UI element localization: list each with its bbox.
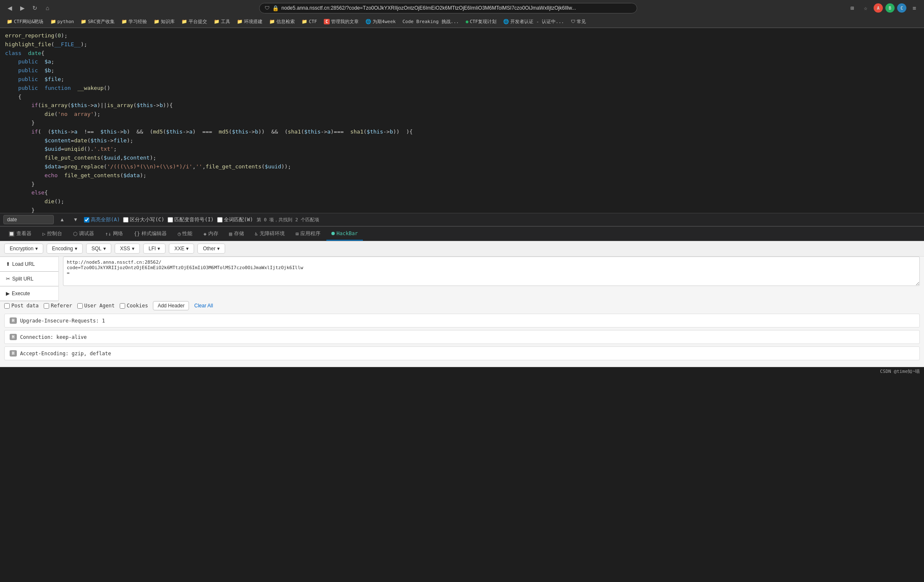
tab-hackbar[interactable]: HackBar [326,227,363,241]
tab-inspector-label: 查看器 [16,230,32,237]
lfi-arrow-icon: ▾ [158,246,160,252]
folder-icon: 📁 [302,19,307,24]
tab-memory[interactable]: ◈ 内存 [198,227,223,241]
code-line: public $b; [5,66,919,75]
bookmark-ctf2[interactable]: 📁 CTF [299,18,320,26]
tab-application[interactable]: ⊞ 应用程序 [291,227,326,241]
lfi-dropdown[interactable]: LFI ▾ [143,244,165,254]
cookies-checkbox[interactable] [120,303,125,309]
code-line: die(); [5,197,919,206]
split-url-button[interactable]: ✂ Split URL [0,272,58,286]
find-next-button[interactable]: ▼ [71,216,81,223]
encryption-label: Encryption [10,246,34,252]
bookmark-common[interactable]: 🛡 常见 [568,18,588,26]
globe-icon: 🌐 [365,19,371,24]
xss-dropdown[interactable]: XSS ▾ [115,244,140,254]
bookmark-4week[interactable]: 🌐 为期4week [363,18,398,26]
hackbar-main: ⬆ Load URL ✂ Split URL ▶ Execute http://… [0,257,924,301]
menu-icon[interactable]: ≡ [909,3,920,13]
encryption-dropdown[interactable]: Encryption ▾ [4,244,43,254]
address-bar-input[interactable] [281,5,632,11]
code-line: $data=preg_replace('/(((\\s)*(\\n)+(\\s)… [5,163,919,171]
find-prev-button[interactable]: ▲ [57,216,67,223]
post-data-label[interactable]: Post data [4,303,39,309]
green-dot-icon: ● [466,19,469,24]
tab-console[interactable]: ▷ 控制台 [37,227,67,241]
case-sensitive-label[interactable]: 区分大小写(C) [123,216,164,223]
shield-icon: 🛡 [571,19,575,24]
upload-icon: ⬆ [6,261,10,267]
execute-button[interactable]: ▶ Execute [0,286,58,301]
star-icon[interactable]: ☆ [860,3,871,13]
hackbar-toolbar: Encryption ▾ Encoding ▾ SQL ▾ XSS ▾ LFI … [0,241,924,257]
header-badge-1: H [10,317,17,324]
bookmark-tools[interactable]: 📁 工具 [211,18,233,26]
bookmark-env[interactable]: 📁 环境搭建 [234,18,265,26]
play-icon: ▶ [6,291,10,296]
url-textarea[interactable]: http://node5.anna.nssctf.cn:28562/ code=… [63,257,920,286]
hackbar-left-panel: ⬆ Load URL ✂ Split URL ▶ Execute [0,257,59,301]
post-data-checkbox[interactable] [4,303,10,309]
bookmark-ctf[interactable]: 📁 CTF网站&靶场 [4,18,46,26]
sql-dropdown[interactable]: SQL ▾ [86,244,111,254]
tab-style-editor[interactable]: {} 样式编辑器 [129,227,172,241]
user-agent-checkbox[interactable] [77,303,83,309]
other-dropdown[interactable]: Other ▾ [197,244,225,254]
bookmark-dev-cert[interactable]: 🌐 开发者认证 - 认证中... [501,18,567,26]
forward-button[interactable]: ▶ [17,3,28,13]
bookmark-codebreaking[interactable]: Code Breaking 挑战... [400,18,462,26]
devtools-tabs: 🔲 查看器 ▷ 控制台 ⬡ 调试器 ↑↓ 网络 {} 样式编辑器 ◷ 性能 ◈ … [0,227,924,241]
security-icon: 🛡 [265,5,270,11]
folder-icon: 📁 [81,19,87,24]
clear-all-button[interactable]: Clear All [194,303,213,309]
tab-inspector[interactable]: 🔲 查看器 [3,227,37,241]
load-url-button[interactable]: ⬆ Load URL [0,257,58,272]
tab-performance[interactable]: ◷ 性能 [173,227,197,241]
whole-word-text: 全词匹配(W) [224,216,253,223]
bookmark-articles[interactable]: C 管理我的文章 [321,18,361,26]
whole-word-checkbox[interactable] [217,217,223,223]
whole-word-label[interactable]: 全词匹配(W) [217,216,253,223]
case-sensitive-checkbox[interactable] [123,217,129,223]
tab-performance-label: 性能 [182,230,192,237]
code-line: else{ [5,189,919,197]
header-row: H Accept-Encoding: gzip, deflate [4,346,920,360]
bookmark-knowledge[interactable]: 📁 知识库 [151,18,177,26]
bookmark-src[interactable]: 📁 SRC资产收集 [78,18,117,26]
regexp-checkbox[interactable] [168,217,173,223]
tab-memory-label: 内存 [208,230,218,237]
add-header-button[interactable]: Add Header [153,301,189,310]
bookmark-search[interactable]: 📁 信息检索 [267,18,297,26]
home-button[interactable]: ⌂ [42,3,53,13]
tab-accessibility[interactable]: ♿ 无障碍环境 [250,227,290,241]
tab-network[interactable]: ↑↓ 网络 [100,227,128,241]
highlight-all-label[interactable]: 高亮全部(A) [84,216,120,223]
post-data-text: Post data [11,303,39,309]
bookmark-ctf-review[interactable]: ● CTF复现计划 [463,18,499,26]
cookies-label[interactable]: Cookies [120,303,148,309]
code-line: file_put_contents($uuid,$content); [5,154,919,163]
reload-button[interactable]: ↻ [29,3,40,13]
referer-checkbox[interactable] [44,303,49,309]
bookmark-study[interactable]: 📁 学习经验 [119,18,150,26]
tab-debugger[interactable]: ⬡ 调试器 [68,227,99,241]
highlight-all-text: 高亮全部(A) [91,216,120,223]
find-input[interactable] [3,215,54,224]
highlight-all-checkbox[interactable] [84,217,89,223]
referer-text: Referer [51,303,72,309]
back-button[interactable]: ◀ [4,3,15,13]
encoding-dropdown[interactable]: Encoding ▾ [47,244,83,254]
header-badge-3: H [10,350,17,357]
regexp-label[interactable]: 匹配变音符号(I) [168,216,214,223]
xxe-dropdown[interactable]: XXE ▾ [169,244,194,254]
folder-icon: 📁 [181,19,187,24]
referer-label[interactable]: Referer [44,303,72,309]
tab-storage[interactable]: ▤ 存储 [224,227,249,241]
bookmark-python[interactable]: 📁 python [48,18,77,26]
bookmark-platform[interactable]: 📁 平台提交 [179,18,210,26]
extensions-icon[interactable]: ⊞ [847,3,858,13]
debugger-icon: ⬡ [73,231,77,237]
user-agent-label[interactable]: User Agent [77,303,115,309]
folder-icon: 📁 [121,19,127,24]
code-line: public function __wakeup() [5,84,919,93]
